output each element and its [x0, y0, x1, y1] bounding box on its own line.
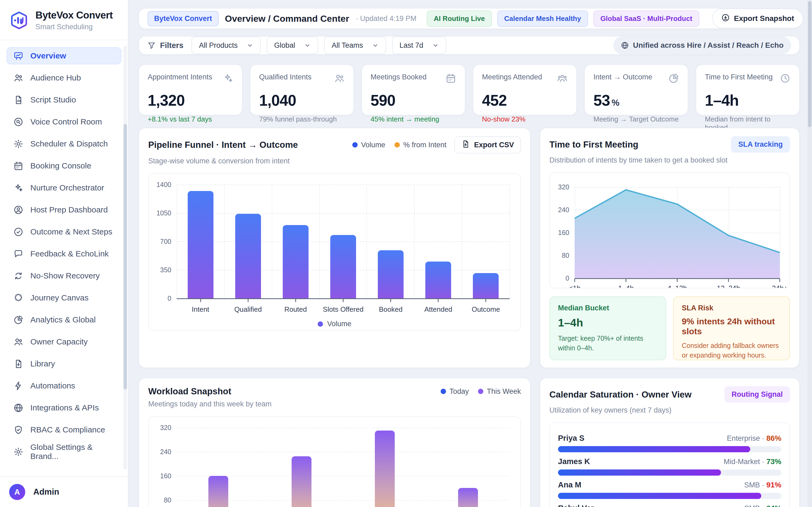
- overview-icon: [13, 51, 23, 61]
- bytevox-logo-icon: [9, 10, 29, 30]
- sidebar-item-host-prep-dashboard[interactable]: Host Prep Dashboard: [6, 201, 121, 218]
- status-badge-calendar-mesh-healthy: Calendar Mesh Healthy: [497, 10, 588, 27]
- updated-text: · Updated 4:19 PM: [356, 14, 416, 23]
- legend-item-today: Today: [441, 387, 469, 396]
- pie-icon: [13, 315, 23, 325]
- filter-select-global[interactable]: Global: [267, 37, 318, 54]
- kpi-card-intent-outcome: Intent → Outcome53%Meeting → Target Outc…: [584, 64, 688, 115]
- app-title: ByteVox Convert: [36, 10, 113, 21]
- saturation-subtitle: Utilization of key owners (next 7 days): [549, 406, 790, 414]
- status-badge-ai-routing-live: AI Routing Live: [427, 10, 492, 27]
- calendar-saturation-card: Calendar Saturation · Owner View Routing…: [540, 378, 800, 507]
- kpi-value: 1,040: [259, 92, 345, 109]
- sla-tracking-badge: SLA tracking: [731, 136, 790, 153]
- funnel-subtitle: Stage-wise volume & conversion from inte…: [148, 157, 521, 165]
- breadcrumb: Overview / Command Center: [225, 13, 349, 24]
- funnel-icon: [147, 41, 156, 50]
- sidebar-item-overview[interactable]: Overview: [6, 47, 121, 64]
- filters-bar: Filters All ProductsGlobalAll TeamsLast …: [139, 36, 800, 55]
- routing-signal-badge: Routing Signal: [724, 386, 790, 403]
- sparkles-icon: [222, 73, 233, 86]
- sidebar-item-automations[interactable]: Automations: [6, 377, 121, 394]
- sidebar-item-booking-console[interactable]: Booking Console: [6, 157, 121, 174]
- window-scrollbar-track[interactable]: [807, 0, 812, 507]
- workload-bar: [375, 431, 395, 507]
- admin-row[interactable]: A Admin: [0, 476, 128, 507]
- app-tagline: Smart Scheduling: [36, 23, 113, 31]
- utilization-bar-fill: [558, 493, 761, 499]
- workload-title: Workload Snapshot: [148, 386, 231, 396]
- kpi-value: 452: [482, 92, 568, 109]
- funnel-bar: [283, 225, 309, 298]
- funnel-bar: [188, 191, 213, 298]
- tfm-subtitle: Distribution of intents by time taken to…: [549, 156, 790, 164]
- file-download-icon: [13, 359, 23, 369]
- chevron-down-icon: [432, 42, 439, 49]
- users-icon: [13, 73, 23, 83]
- users-group-icon: [557, 73, 568, 86]
- funnel-bar: [330, 235, 356, 298]
- sidebar-item-voice-control-room[interactable]: Voice Control Room: [6, 113, 121, 130]
- sidebar-item-owner-capacity[interactable]: Owner Capacity: [6, 333, 121, 350]
- workload-subtitle: Meetings today and this week by team: [148, 400, 521, 408]
- file-export-icon: [461, 140, 470, 150]
- sidebar-item-journey-canvas[interactable]: Journey Canvas: [6, 289, 121, 306]
- sidebar-item-outcome-next-steps[interactable]: Outcome & Next Steps: [6, 223, 121, 240]
- status-badge-global-saas-multi-product: Global SaaS · Multi-Product: [594, 10, 699, 27]
- funnel-bar: [425, 262, 451, 298]
- sidebar-item-audience-hub[interactable]: Audience Hub: [6, 69, 121, 87]
- sidebar-item-analytics-global[interactable]: Analytics & Global: [6, 311, 121, 328]
- export-snapshot-button[interactable]: Export Snapshot: [712, 9, 803, 29]
- kpi-card-meetings-attended: Meetings Attended452No-show 23%: [473, 64, 577, 115]
- filter-select-last-7d[interactable]: Last 7d: [392, 37, 447, 54]
- legend-item-this-week: This Week: [478, 387, 521, 396]
- sidebar-item-scheduler-dispatch[interactable]: Scheduler & Dispatch: [6, 135, 121, 152]
- sidebar-item-rbac-compliance[interactable]: RBAC & Compliance: [6, 421, 121, 438]
- kpi-row: Appointment Intents1,320+8.1% vs last 7 …: [139, 64, 800, 115]
- sidebar-item-library[interactable]: Library: [6, 355, 121, 372]
- workload-bar: [208, 476, 228, 507]
- owner-row-rahul-ver: Rahul Ver SMB · 64%: [558, 504, 781, 507]
- sidebar-item-nurture-orchestrator[interactable]: Nurture Orchestrator: [6, 179, 121, 196]
- funnel-title: Pipeline Funnel · Intent → Outcome: [148, 140, 298, 150]
- sidebar-item-script-studio[interactable]: Script Studio: [6, 91, 121, 108]
- sidebar-item-integrations-apis[interactable]: Integrations & APIs: [6, 399, 121, 416]
- sidebar-scrollbar-thumb[interactable]: [123, 124, 127, 390]
- pipeline-funnel-card: Pipeline Funnel · Intent → Outcome Volum…: [139, 128, 530, 368]
- scope-note-pill: Unified across Hire / Assist / Reach / E…: [613, 37, 791, 54]
- gear-icon: [13, 139, 23, 149]
- filter-select-all-teams[interactable]: All Teams: [324, 37, 386, 54]
- clock-icon: [780, 73, 791, 86]
- window-scrollbar-thumb[interactable]: [808, 1, 811, 127]
- gear-icon: [13, 447, 23, 457]
- kpi-value: 590: [370, 92, 456, 109]
- funnel-chart: 140010507003500IntentQualifiedRoutedSlot…: [148, 173, 521, 331]
- status-badges: AI Routing LiveCalendar Mesh HealthyGlob…: [427, 10, 699, 27]
- time-to-first-meeting-card: Time to First Meeting SLA tracking Distr…: [540, 128, 800, 368]
- calendar-icon: [13, 161, 23, 171]
- kpi-value: 1–4h: [705, 92, 791, 109]
- check-circle-icon: [13, 227, 23, 237]
- puzzle-icon: [13, 293, 23, 303]
- sparkles-icon: [13, 183, 23, 193]
- sidebar: ByteVox Convert Smart Scheduling Overvie…: [0, 0, 129, 507]
- chevron-down-icon: [304, 42, 311, 49]
- utilization-bar-track: [558, 446, 781, 452]
- area-series: [575, 187, 780, 278]
- sla-risk-value: 9% intents 24h without slots: [682, 317, 781, 336]
- legend-item-volume: Volume: [352, 141, 385, 149]
- brand-block: ByteVox Convert Smart Scheduling: [0, 0, 128, 40]
- workload-snapshot-card: Workload Snapshot TodayThis Week Meeting…: [139, 378, 530, 507]
- sidebar-item-feedback-echolink[interactable]: Feedback & EchoLink: [6, 245, 121, 262]
- funnel-bar: [235, 214, 261, 298]
- sidebar-item-global-settings-brand[interactable]: Global Settings & Brand...: [6, 443, 121, 460]
- sidebar-item-no-show-recovery[interactable]: No-Show Recovery: [6, 267, 121, 284]
- globe-icon: [621, 41, 629, 49]
- filter-select-all-products[interactable]: All Products: [192, 37, 261, 54]
- utilization-bar-track: [558, 469, 781, 475]
- funnel-bar: [378, 250, 404, 298]
- owner-row-ana-m: Ana M SMB · 91%: [558, 481, 781, 499]
- sla-risk-card: SLA Risk 9% intents 24h without slots Co…: [673, 296, 790, 360]
- utilization-bar-fill: [558, 469, 721, 475]
- export-csv-button[interactable]: Export CSV: [454, 136, 521, 154]
